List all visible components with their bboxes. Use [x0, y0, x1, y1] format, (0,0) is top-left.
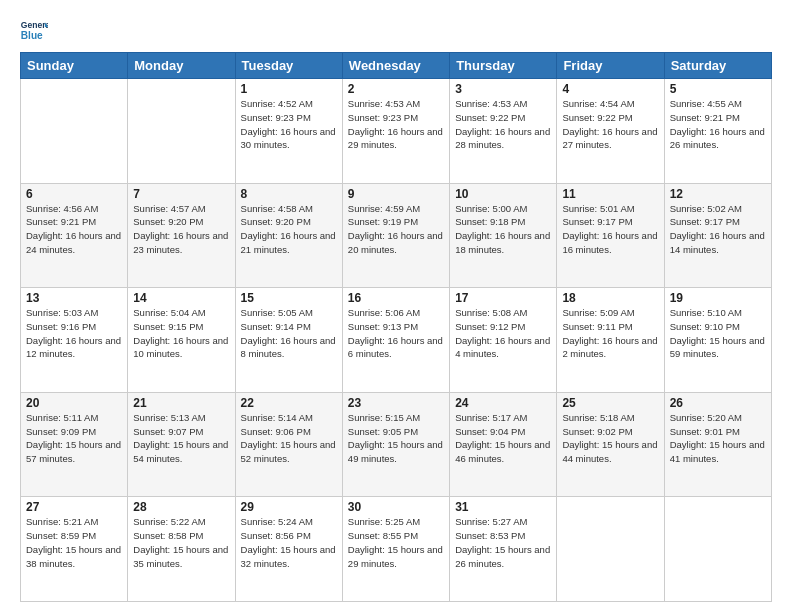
calendar-cell: 8Sunrise: 4:58 AMSunset: 9:20 PMDaylight…	[235, 183, 342, 288]
day-number: 13	[26, 291, 122, 305]
day-number: 24	[455, 396, 551, 410]
calendar-week-row: 13Sunrise: 5:03 AMSunset: 9:16 PMDayligh…	[21, 288, 772, 393]
day-number: 22	[241, 396, 337, 410]
day-info: Sunrise: 4:55 AMSunset: 9:21 PMDaylight:…	[670, 97, 766, 152]
day-number: 12	[670, 187, 766, 201]
day-info: Sunrise: 5:21 AMSunset: 8:59 PMDaylight:…	[26, 515, 122, 570]
calendar-cell: 31Sunrise: 5:27 AMSunset: 8:53 PMDayligh…	[450, 497, 557, 602]
calendar-cell: 9Sunrise: 4:59 AMSunset: 9:19 PMDaylight…	[342, 183, 449, 288]
day-number: 4	[562, 82, 658, 96]
day-number: 6	[26, 187, 122, 201]
calendar-cell: 23Sunrise: 5:15 AMSunset: 9:05 PMDayligh…	[342, 392, 449, 497]
day-info: Sunrise: 5:03 AMSunset: 9:16 PMDaylight:…	[26, 306, 122, 361]
day-info: Sunrise: 4:56 AMSunset: 9:21 PMDaylight:…	[26, 202, 122, 257]
day-info: Sunrise: 5:00 AMSunset: 9:18 PMDaylight:…	[455, 202, 551, 257]
calendar-cell: 19Sunrise: 5:10 AMSunset: 9:10 PMDayligh…	[664, 288, 771, 393]
calendar-cell: 3Sunrise: 4:53 AMSunset: 9:22 PMDaylight…	[450, 79, 557, 184]
day-number: 18	[562, 291, 658, 305]
day-info: Sunrise: 5:08 AMSunset: 9:12 PMDaylight:…	[455, 306, 551, 361]
day-info: Sunrise: 5:14 AMSunset: 9:06 PMDaylight:…	[241, 411, 337, 466]
calendar-week-row: 27Sunrise: 5:21 AMSunset: 8:59 PMDayligh…	[21, 497, 772, 602]
day-info: Sunrise: 4:57 AMSunset: 9:20 PMDaylight:…	[133, 202, 229, 257]
calendar-cell: 29Sunrise: 5:24 AMSunset: 8:56 PMDayligh…	[235, 497, 342, 602]
calendar-cell: 11Sunrise: 5:01 AMSunset: 9:17 PMDayligh…	[557, 183, 664, 288]
day-number: 16	[348, 291, 444, 305]
day-info: Sunrise: 5:05 AMSunset: 9:14 PMDaylight:…	[241, 306, 337, 361]
day-info: Sunrise: 4:54 AMSunset: 9:22 PMDaylight:…	[562, 97, 658, 152]
day-number: 8	[241, 187, 337, 201]
calendar-week-row: 6Sunrise: 4:56 AMSunset: 9:21 PMDaylight…	[21, 183, 772, 288]
weekday-header-wednesday: Wednesday	[342, 53, 449, 79]
calendar-cell: 21Sunrise: 5:13 AMSunset: 9:07 PMDayligh…	[128, 392, 235, 497]
weekday-header-monday: Monday	[128, 53, 235, 79]
weekday-header-thursday: Thursday	[450, 53, 557, 79]
calendar-cell: 18Sunrise: 5:09 AMSunset: 9:11 PMDayligh…	[557, 288, 664, 393]
day-info: Sunrise: 5:22 AMSunset: 8:58 PMDaylight:…	[133, 515, 229, 570]
calendar-cell: 6Sunrise: 4:56 AMSunset: 9:21 PMDaylight…	[21, 183, 128, 288]
day-info: Sunrise: 5:10 AMSunset: 9:10 PMDaylight:…	[670, 306, 766, 361]
weekday-header-friday: Friday	[557, 53, 664, 79]
weekday-header-saturday: Saturday	[664, 53, 771, 79]
day-info: Sunrise: 5:13 AMSunset: 9:07 PMDaylight:…	[133, 411, 229, 466]
calendar-cell	[664, 497, 771, 602]
day-number: 23	[348, 396, 444, 410]
logo-icon: General Blue	[20, 16, 48, 44]
day-number: 27	[26, 500, 122, 514]
calendar-cell: 10Sunrise: 5:00 AMSunset: 9:18 PMDayligh…	[450, 183, 557, 288]
day-info: Sunrise: 5:25 AMSunset: 8:55 PMDaylight:…	[348, 515, 444, 570]
day-number: 2	[348, 82, 444, 96]
day-info: Sunrise: 5:09 AMSunset: 9:11 PMDaylight:…	[562, 306, 658, 361]
day-number: 10	[455, 187, 551, 201]
day-number: 14	[133, 291, 229, 305]
day-number: 19	[670, 291, 766, 305]
day-info: Sunrise: 5:01 AMSunset: 9:17 PMDaylight:…	[562, 202, 658, 257]
weekday-header-sunday: Sunday	[21, 53, 128, 79]
day-number: 30	[348, 500, 444, 514]
day-info: Sunrise: 5:04 AMSunset: 9:15 PMDaylight:…	[133, 306, 229, 361]
day-number: 1	[241, 82, 337, 96]
day-info: Sunrise: 5:27 AMSunset: 8:53 PMDaylight:…	[455, 515, 551, 570]
calendar-cell: 26Sunrise: 5:20 AMSunset: 9:01 PMDayligh…	[664, 392, 771, 497]
calendar-cell: 17Sunrise: 5:08 AMSunset: 9:12 PMDayligh…	[450, 288, 557, 393]
day-info: Sunrise: 5:06 AMSunset: 9:13 PMDaylight:…	[348, 306, 444, 361]
calendar-cell	[21, 79, 128, 184]
calendar-cell: 27Sunrise: 5:21 AMSunset: 8:59 PMDayligh…	[21, 497, 128, 602]
day-number: 25	[562, 396, 658, 410]
calendar-cell: 28Sunrise: 5:22 AMSunset: 8:58 PMDayligh…	[128, 497, 235, 602]
calendar-table: SundayMondayTuesdayWednesdayThursdayFrid…	[20, 52, 772, 602]
day-number: 21	[133, 396, 229, 410]
day-info: Sunrise: 5:20 AMSunset: 9:01 PMDaylight:…	[670, 411, 766, 466]
day-info: Sunrise: 4:58 AMSunset: 9:20 PMDaylight:…	[241, 202, 337, 257]
svg-text:Blue: Blue	[21, 30, 43, 41]
day-number: 20	[26, 396, 122, 410]
day-info: Sunrise: 4:53 AMSunset: 9:22 PMDaylight:…	[455, 97, 551, 152]
calendar-cell: 1Sunrise: 4:52 AMSunset: 9:23 PMDaylight…	[235, 79, 342, 184]
day-info: Sunrise: 5:02 AMSunset: 9:17 PMDaylight:…	[670, 202, 766, 257]
calendar-cell: 20Sunrise: 5:11 AMSunset: 9:09 PMDayligh…	[21, 392, 128, 497]
day-info: Sunrise: 5:11 AMSunset: 9:09 PMDaylight:…	[26, 411, 122, 466]
calendar-week-row: 1Sunrise: 4:52 AMSunset: 9:23 PMDaylight…	[21, 79, 772, 184]
calendar-cell: 24Sunrise: 5:17 AMSunset: 9:04 PMDayligh…	[450, 392, 557, 497]
day-info: Sunrise: 5:24 AMSunset: 8:56 PMDaylight:…	[241, 515, 337, 570]
calendar-week-row: 20Sunrise: 5:11 AMSunset: 9:09 PMDayligh…	[21, 392, 772, 497]
day-number: 29	[241, 500, 337, 514]
weekday-header-row: SundayMondayTuesdayWednesdayThursdayFrid…	[21, 53, 772, 79]
calendar-cell: 22Sunrise: 5:14 AMSunset: 9:06 PMDayligh…	[235, 392, 342, 497]
page: General Blue SundayMondayTuesdayWednesda…	[0, 0, 792, 612]
day-info: Sunrise: 5:18 AMSunset: 9:02 PMDaylight:…	[562, 411, 658, 466]
calendar-cell: 7Sunrise: 4:57 AMSunset: 9:20 PMDaylight…	[128, 183, 235, 288]
calendar-cell: 12Sunrise: 5:02 AMSunset: 9:17 PMDayligh…	[664, 183, 771, 288]
day-info: Sunrise: 5:17 AMSunset: 9:04 PMDaylight:…	[455, 411, 551, 466]
calendar-cell: 14Sunrise: 5:04 AMSunset: 9:15 PMDayligh…	[128, 288, 235, 393]
calendar-cell	[557, 497, 664, 602]
day-number: 31	[455, 500, 551, 514]
calendar-cell: 2Sunrise: 4:53 AMSunset: 9:23 PMDaylight…	[342, 79, 449, 184]
day-number: 7	[133, 187, 229, 201]
calendar-cell: 5Sunrise: 4:55 AMSunset: 9:21 PMDaylight…	[664, 79, 771, 184]
calendar-cell: 13Sunrise: 5:03 AMSunset: 9:16 PMDayligh…	[21, 288, 128, 393]
calendar-cell: 25Sunrise: 5:18 AMSunset: 9:02 PMDayligh…	[557, 392, 664, 497]
day-info: Sunrise: 5:15 AMSunset: 9:05 PMDaylight:…	[348, 411, 444, 466]
calendar-cell: 15Sunrise: 5:05 AMSunset: 9:14 PMDayligh…	[235, 288, 342, 393]
logo: General Blue	[20, 16, 52, 44]
day-number: 15	[241, 291, 337, 305]
